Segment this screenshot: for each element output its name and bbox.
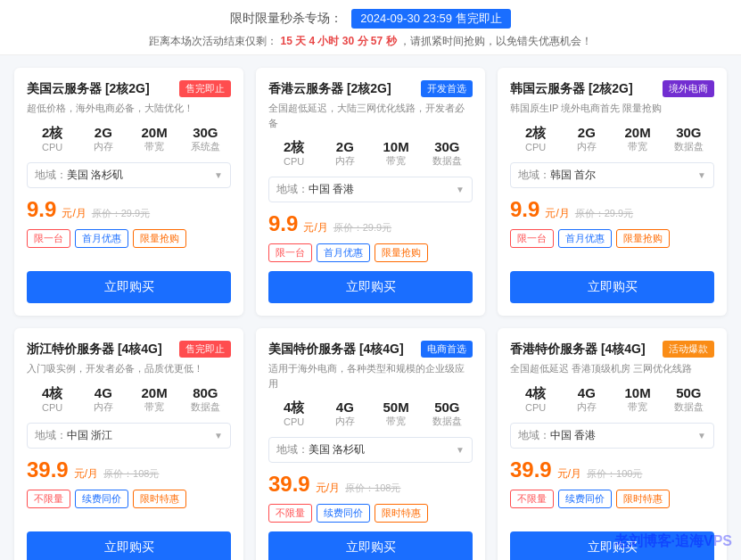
card-title: 韩国云服务器 [2核2G] [510, 81, 633, 97]
countdown-prefix: 距离本场次活动结束仅剩： [149, 35, 277, 47]
spec-value: 4核 [268, 399, 319, 416]
card-badge: 开发首选 [421, 80, 473, 97]
price-main: 39.9 [27, 457, 69, 482]
chevron-down-icon: ▼ [697, 170, 706, 180]
spec-value: 30G [422, 139, 473, 154]
spec-label: CPU [268, 416, 319, 427]
countdown-suffix: ，请抓紧时间抢购，以免错失优惠机会！ [399, 35, 592, 47]
region-label: 地域：韩国 首尔 [518, 168, 596, 183]
price-main: 9.9 [510, 197, 539, 222]
tag: 续费同价 [75, 490, 128, 508]
region-select[interactable]: 地域：中国 香港 ▼ [268, 177, 473, 202]
product-card: 浙江特价服务器 [4核4G] 售完即止 入门吸实例，开发者必备，品质优更低！ 4… [14, 328, 243, 560]
spec-item: 50G 数据盘 [422, 399, 473, 428]
chevron-down-icon: ▼ [214, 170, 223, 180]
spec-item: 4G 内存 [78, 385, 128, 414]
spec-value: 10M [613, 385, 663, 400]
price-main: 39.9 [510, 457, 552, 482]
spec-label: 系统盘 [180, 140, 231, 153]
chevron-down-icon: ▼ [697, 431, 706, 441]
region-value: 韩国 首尔 [550, 169, 596, 181]
spec-label: 带宽 [613, 140, 663, 153]
tag: 限量抢购 [133, 229, 186, 248]
spec-label: 内存 [561, 140, 612, 153]
card-title: 美国云服务器 [2核2G] [27, 81, 150, 97]
card-header: 香港特价服务器 [4核4G] 活动爆款 [510, 341, 714, 358]
price-row: 9.9 元/月 原价：29.9元 [27, 197, 231, 222]
region-value: 美国 洛杉矶 [309, 443, 365, 456]
spec-item: 20M 带宽 [129, 125, 180, 153]
spec-item: 4核 CPU [510, 385, 561, 414]
spec-item: 2G 内存 [319, 139, 370, 168]
countdown-row: 距离本场次活动结束仅剩： 15 天 4 小时 30 分 57 秒 ，请抓紧时间抢… [0, 34, 741, 49]
tag: 不限量 [27, 490, 70, 508]
spec-value: 4核 [27, 385, 78, 402]
card-desc: 全国超低延迟，大陆三网优化线路，开发者必备 [268, 101, 473, 130]
card-header: 韩国云服务器 [2核2G] 境外电商 [510, 80, 714, 97]
spec-label: 带宽 [371, 154, 422, 168]
price-main: 9.9 [268, 211, 298, 236]
card-badge: 境外电商 [663, 80, 714, 97]
spec-item: 50G 数据盘 [663, 385, 714, 414]
spec-value: 4G [561, 385, 612, 400]
card-badge: 活动爆款 [663, 341, 714, 358]
card-badge: 售完即止 [179, 80, 231, 97]
card-header: 香港云服务器 [2核2G] 开发首选 [268, 80, 473, 97]
card-title: 香港特价服务器 [4核4G] [510, 342, 646, 358]
region-select[interactable]: 地域：中国 浙江 ▼ [27, 423, 231, 449]
price-original: 原价：108元 [345, 482, 400, 495]
product-card: 香港特价服务器 [4核4G] 活动爆款 全国超低延迟 香港顶级机房 三网优化线路… [498, 328, 727, 560]
region-value: 中国 香港 [309, 183, 354, 195]
price-row: 39.9 元/月 原价：100元 [510, 457, 714, 482]
specs-row: 2核 CPU 2G 内存 20M 带宽 30G 数据盘 [510, 125, 714, 153]
region-select[interactable]: 地域：中国 香港 ▼ [510, 423, 714, 449]
tag: 限时特惠 [616, 490, 670, 508]
buy-button[interactable]: 立即购买 [510, 531, 714, 560]
region-select[interactable]: 地域：美国 洛杉矶 ▼ [27, 162, 231, 188]
region-value: 美国 洛杉矶 [67, 169, 123, 181]
spec-label: 带宽 [129, 140, 180, 153]
tags-row: 限一台 首月优惠 限量抢购 [510, 229, 714, 248]
region-select[interactable]: 地域：美国 洛杉矶 ▼ [268, 437, 473, 463]
price-row: 39.9 元/月 原价：108元 [268, 472, 473, 497]
spec-value: 50G [422, 399, 473, 415]
price-row: 9.9 元/月 原价：29.9元 [268, 211, 473, 236]
buy-button[interactable]: 立即购买 [27, 271, 231, 303]
spec-value: 30G [180, 125, 231, 140]
tag: 限一台 [268, 243, 312, 262]
specs-row: 2核 CPU 2G 内存 10M 带宽 30G 数据盘 [268, 139, 473, 168]
buy-button[interactable]: 立即购买 [268, 271, 473, 303]
product-card: 韩国云服务器 [2核2G] 境外电商 韩国原生IP 境外电商首先 限量抢购 2核… [498, 68, 727, 316]
price-original: 原价：29.9元 [333, 221, 391, 235]
region-select[interactable]: 地域：韩国 首尔 ▼ [510, 162, 714, 188]
region-label: 地域：美国 洛杉矶 [35, 168, 123, 183]
top-banner: 限时限量秒杀专场： 2024-09-30 23:59 售完即止 距离本场次活动结… [0, 0, 741, 55]
tags-row: 不限量 续费同价 限时特惠 [510, 490, 714, 508]
tag: 不限量 [510, 490, 554, 508]
spec-value: 50M [371, 399, 422, 415]
date-badge: 2024-09-30 23:59 售完即止 [351, 9, 510, 29]
spec-label: CPU [27, 142, 78, 152]
price-unit: 元/月 [545, 206, 569, 221]
spec-item: 4G 内存 [561, 385, 612, 414]
buy-button[interactable]: 立即购买 [27, 531, 231, 560]
card-desc: 入门吸实例，开发者必备，品质优更低！ [27, 361, 231, 376]
spec-label: 带宽 [371, 415, 422, 428]
price-row: 39.9 元/月 原价：108元 [27, 457, 231, 482]
spec-value: 20M [129, 385, 180, 400]
spec-item: 2G 内存 [78, 125, 128, 153]
spec-value: 2G [319, 139, 370, 154]
spec-item: 20M 带宽 [129, 385, 180, 414]
spec-label: 数据盘 [422, 415, 473, 428]
chevron-down-icon: ▼ [456, 185, 465, 194]
buy-button[interactable]: 立即购买 [268, 531, 473, 560]
chevron-down-icon: ▼ [456, 445, 465, 455]
spec-value: 2G [561, 125, 612, 140]
price-unit: 元/月 [303, 220, 327, 235]
spec-label: CPU [27, 402, 78, 413]
spec-label: 内存 [561, 400, 612, 414]
buy-button[interactable]: 立即购买 [510, 271, 714, 303]
tag: 续费同价 [558, 490, 612, 508]
spec-value: 4G [319, 399, 370, 415]
card-desc: 全国超低延迟 香港顶级机房 三网优化线路 [510, 361, 714, 376]
